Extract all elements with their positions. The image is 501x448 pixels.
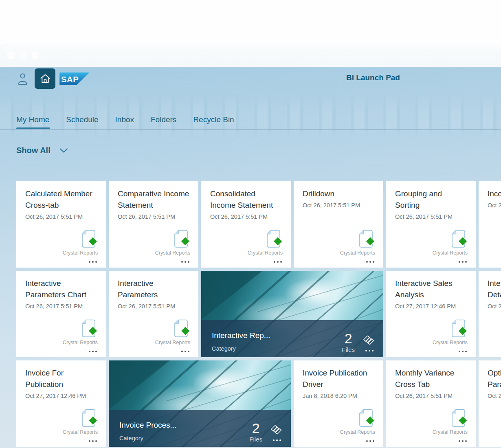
- category-subtitle: Category: [212, 345, 270, 352]
- tile-title: Inter Deta: [479, 271, 501, 301]
- report-tile[interactable]: Consolidated Income Statement Oct 26, 20…: [201, 181, 291, 268]
- category-subtitle: Category: [119, 435, 176, 441]
- window-control-dot[interactable]: [32, 52, 39, 59]
- tile-menu-button[interactable]: [365, 348, 374, 353]
- tile-menu-button[interactable]: [273, 259, 283, 264]
- app-header: SAP BI Launch Pad: [0, 67, 501, 90]
- crystal-reports-icon: [451, 230, 468, 248]
- file-count: 2: [345, 332, 352, 345]
- tab-label: Recycle Bin: [193, 115, 234, 124]
- files-label: Files: [342, 346, 355, 353]
- tile-title: Calculated Member Cross-tab: [16, 181, 106, 211]
- tile-menu-button[interactable]: [458, 259, 468, 264]
- bi-launchpad-window: SAP BI Launch Pad My Home Schedule Inbox…: [0, 44, 501, 448]
- report-tile[interactable]: Opti Para Oct 2: [479, 360, 501, 447]
- category-tile[interactable]: Invoice Proces... Category 2 Files: [109, 360, 291, 447]
- tile-row: Calculated Member Cross-tab Oct 26, 2017…: [16, 181, 501, 268]
- category-tile-overlay: Interactive Rep... Category 2 Files: [201, 320, 383, 357]
- window-title-bar: [0, 44, 501, 67]
- crystal-reports-icon: [359, 409, 375, 427]
- tile-grid: Calculated Member Cross-tab Oct 26, 2017…: [16, 181, 501, 447]
- show-all-label: Show All: [16, 146, 51, 155]
- tile-date: Oct 2: [479, 390, 501, 399]
- crystal-reports-icon: [451, 409, 468, 427]
- tile-menu-button[interactable]: [365, 439, 375, 444]
- tab-label: My Home: [16, 115, 49, 124]
- stacked-files-icon: [363, 333, 376, 345]
- tile-menu-button[interactable]: [180, 259, 190, 264]
- tile-date: Oct 26, 2017 5:51 PM: [386, 211, 476, 220]
- report-tile[interactable]: Grouping and Sorting Oct 26, 2017 5:51 P…: [386, 181, 476, 268]
- window-control-dot[interactable]: [7, 52, 15, 59]
- main-nav-tabs: My Home Schedule Inbox Folders Recycle B…: [16, 115, 501, 129]
- crystal-reports-icon: [266, 230, 283, 248]
- tile-date: Oct 26, 2017 5:51 PM: [16, 211, 106, 220]
- report-tile[interactable]: Monthly Variance Cross Tab Oct 26, 2017 …: [386, 360, 476, 447]
- crystal-reports-icon: [451, 319, 468, 338]
- tile-type-label: Crystal Reports: [248, 250, 283, 256]
- tile-type-label: Crystal Reports: [63, 250, 98, 256]
- category-title: Interactive Rep...: [212, 331, 270, 340]
- tile-title: Inco: [479, 181, 501, 200]
- tab-label: Folders: [151, 115, 176, 124]
- tile-title: Interactive Sales Analysis: [386, 271, 476, 301]
- tile-title: Opti Para: [479, 360, 501, 390]
- category-tile[interactable]: Interactive Rep... Category 2 Files: [201, 271, 383, 357]
- tile-type-label: Crystal Reports: [433, 250, 468, 256]
- tile-title: Invoice For Publication: [16, 360, 106, 390]
- crystal-reports-icon: [359, 230, 375, 248]
- report-tile[interactable]: Inter Deta Oct 2: [479, 271, 501, 357]
- tile-date: Oct 2: [479, 301, 501, 310]
- report-tile[interactable]: Interactive Parameters Chart Oct 26, 201…: [16, 271, 106, 357]
- tile-title: Grouping and Sorting: [386, 181, 476, 211]
- report-tile[interactable]: Invoice Publication Driver Jan 8, 2018 6…: [294, 360, 383, 447]
- tile-title: Interactive Parameters: [109, 271, 198, 301]
- sap-logo-text: SAP: [61, 75, 79, 84]
- tile-date: Oct 26, 2017 5:51 PM: [109, 211, 198, 220]
- tile-title: Drilldown: [294, 181, 383, 200]
- category-title: Invoice Proces...: [119, 421, 176, 430]
- tile-date: Jan 8, 2018 6:20 PM: [294, 390, 383, 399]
- tab-inbox[interactable]: Inbox: [115, 115, 134, 129]
- tile-menu-button[interactable]: [88, 349, 98, 354]
- tile-date: Oct 26, 2017 5:51 PM: [109, 301, 198, 310]
- tile-date: Oct 27, 2017 12:46 PM: [16, 390, 106, 399]
- report-tile[interactable]: Invoice For Publication Oct 27, 2017 12:…: [16, 360, 106, 447]
- user-account-button[interactable]: [16, 68, 29, 89]
- tile-date: Oct 26, 2017 5:51 PM: [386, 390, 476, 399]
- home-button[interactable]: [35, 68, 55, 89]
- tile-menu-button[interactable]: [458, 439, 468, 444]
- tab-my-home[interactable]: My Home: [16, 115, 49, 129]
- home-icon: [40, 73, 51, 84]
- tab-folders[interactable]: Folders: [151, 115, 176, 129]
- tile-menu-button[interactable]: [365, 259, 375, 264]
- report-tile[interactable]: Drilldown Oct 26, 2017 5:51 PM Crystal R…: [294, 181, 383, 268]
- report-tile[interactable]: Interactive Parameters Oct 26, 2017 5:51…: [109, 271, 198, 357]
- person-icon: [17, 72, 28, 85]
- crystal-reports-icon: [174, 319, 190, 338]
- report-tile[interactable]: Inco Oct 2: [479, 181, 501, 268]
- report-tile[interactable]: Interactive Sales Analysis Oct 27, 2017 …: [386, 271, 476, 357]
- tile-date: Oct 26, 2017 5:51 PM: [201, 211, 291, 220]
- category-tile-overlay: Invoice Proces... Category 2 Files: [109, 410, 291, 447]
- tile-menu-button[interactable]: [88, 439, 98, 444]
- report-tile[interactable]: Calculated Member Cross-tab Oct 26, 2017…: [16, 181, 106, 268]
- tile-menu-button[interactable]: [272, 438, 282, 443]
- tile-type-label: Crystal Reports: [340, 429, 375, 435]
- tab-recycle-bin[interactable]: Recycle Bin: [193, 115, 234, 129]
- show-all-filter-dropdown[interactable]: Show All: [16, 145, 68, 156]
- tile-menu-button[interactable]: [88, 259, 98, 264]
- window-control-dot[interactable]: [20, 52, 27, 59]
- tab-label: Inbox: [115, 115, 134, 124]
- tile-title: Comparative Income Statement: [109, 181, 198, 211]
- tile-row: Invoice For Publication Oct 27, 2017 12:…: [16, 360, 501, 447]
- tile-menu-button[interactable]: [458, 349, 468, 354]
- tile-menu-button[interactable]: [180, 349, 190, 354]
- crystal-reports-icon: [81, 409, 98, 427]
- report-tile[interactable]: Comparative Income Statement Oct 26, 201…: [109, 181, 198, 268]
- tile-title: Invoice Publication Driver: [294, 360, 383, 390]
- tile-type-label: Crystal Reports: [63, 429, 98, 435]
- sap-logo: SAP: [59, 72, 90, 85]
- tab-schedule[interactable]: Schedule: [66, 115, 98, 129]
- tile-date: Oct 27, 2017 12:46 PM: [386, 301, 476, 310]
